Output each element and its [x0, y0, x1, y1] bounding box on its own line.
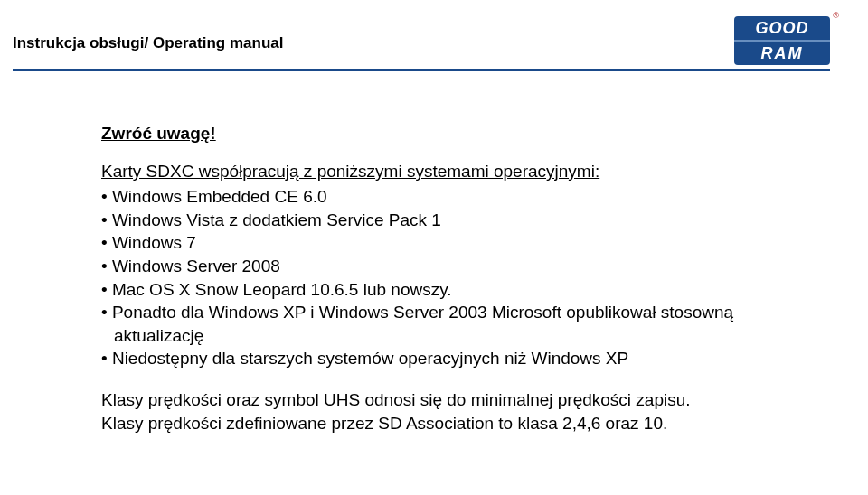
bullet-item: • Niedostępny dla starszych systemów ope… [101, 347, 830, 370]
paragraph: Klasy prędkości zdefiniowane przez SD As… [101, 412, 830, 435]
document-body: Zwróć uwagę! Karty SDXC współpracują z p… [0, 71, 868, 434]
bullet-item: • Windows Server 2008 [101, 255, 830, 278]
attention-heading: Zwróć uwagę! [101, 124, 830, 144]
bullet-item: • Mac OS X Snow Leopard 10.6.5 lub nowsz… [101, 278, 830, 302]
header: Instrukcja obsługi/ Operating manual GOO… [0, 0, 868, 65]
paragraph: Klasy prędkości oraz symbol UHS odnosi s… [101, 388, 830, 412]
registered-mark: ® [833, 11, 839, 20]
logo-bottom-text: RAM [734, 40, 830, 65]
bullet-continuation: aktualizację [101, 324, 830, 348]
bullet-item: • Windows 7 [101, 231, 830, 255]
brand-logo: GOOD RAM [734, 16, 830, 65]
bullet-item: • Windows Embedded CE 6.0 [101, 185, 830, 209]
page-header-title: Instrukcja obsługi/ Operating manual [13, 34, 283, 52]
logo-top-text: GOOD [734, 16, 830, 40]
bullet-item: • Windows Vista z dodatkiem Service Pack… [101, 209, 830, 232]
bullet-item: • Ponadto dla Windows XP i Windows Serve… [101, 301, 830, 324]
intro-line: Karty SDXC współpracują z poniższymi sys… [101, 162, 830, 182]
